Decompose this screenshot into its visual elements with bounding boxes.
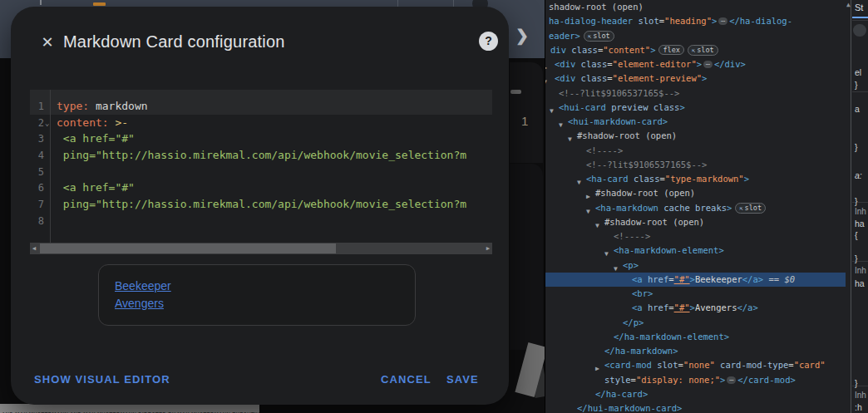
devtools-tree-node[interactable]: <!--?lit$9106537165$--> (545, 86, 846, 101)
tab-underline (852, 17, 868, 18)
line-number: 2 (30, 116, 44, 132)
code-line[interactable]: 1type: markdown (30, 98, 492, 115)
devtools-tree-node[interactable]: ▼<div class="element-preview"> (545, 71, 846, 86)
scroll-left-icon[interactable]: ◀ (32, 245, 36, 252)
help-icon[interactable]: ? (479, 32, 498, 51)
devtools-tree-node[interactable]: ▼#shadow-root (open) (545, 129, 846, 143)
cancel-button[interactable]: CANCEL (381, 373, 432, 386)
styles-filter-input[interactable] (853, 24, 866, 37)
card-dash (510, 90, 521, 94)
close-icon[interactable]: ✕ (37, 32, 58, 53)
devtools-tree-node[interactable]: <!--?lit$9106537165$--> (545, 158, 846, 172)
style-rule-fragment: Inh (855, 207, 866, 216)
editor-horizontal-scrollbar[interactable]: ◀ ▶ (30, 243, 492, 254)
devtools-tree-node[interactable]: ▼<ha-markdown-element> (545, 243, 846, 258)
line-number: 5 (30, 165, 44, 181)
background-card (510, 164, 543, 350)
line-number: 3 (30, 131, 44, 148)
devtools-tree-node[interactable]: <br> (545, 287, 846, 301)
style-rule-fragment: a (855, 104, 860, 114)
chevron-right-icon[interactable]: ❯ (515, 26, 529, 45)
reveal-icon: ⇱ (739, 205, 742, 212)
markdown-card-config-dialog: ✕ Markdown Card configuration ? 1type: m… (11, 7, 509, 405)
devtools-tree-node[interactable]: eader>⇱slot (545, 29, 846, 43)
screen: ❯ 1 AND MAX MUSTERMANN AND MAX MUSTERMAN… (0, 0, 868, 413)
devtools-tree-node[interactable]: div class="content">flex⇱slot (545, 43, 846, 57)
devtools-tree-node[interactable]: </ha-markdown> (545, 344, 846, 358)
slot-badge[interactable]: ⇱slot (584, 31, 614, 42)
ellipsis-button[interactable]: ⋯ (718, 17, 727, 25)
devtools-tree-node[interactable]: <a href="#">Avengers</a> (545, 301, 846, 315)
ellipsis-button[interactable]: ⋯ (703, 61, 713, 68)
flex-badge[interactable]: flex (658, 45, 683, 55)
poster-billing-strip: AND MAX MUSTERMANN AND MAX MUSTERMANN DI… (0, 404, 259, 413)
devtools-tree-node[interactable]: ▼<hui-markdown-card> (545, 115, 846, 129)
card-preview: Beekeeper Avengers (98, 264, 416, 326)
line-number: 6 (30, 180, 44, 197)
fold-icon[interactable]: ⌄ (45, 116, 49, 132)
style-rule-fragment: } (855, 196, 858, 206)
code-line[interactable]: 6 <a href="#" (30, 179, 492, 196)
devtools-tree-node[interactable]: ▼<p> (545, 258, 846, 273)
devtools-tree-node[interactable]: style="display: none;">⋯</card-mod> (545, 373, 846, 387)
code-lines: 1type: markdown2⌄content: >-3 <a href="#… (30, 98, 492, 229)
devtools-tree-node[interactable]: ▼<ha-markdown cache breaks>⇱slot (545, 201, 846, 215)
ellipsis-button[interactable]: ⋯ (727, 376, 736, 384)
style-rule-fragment: } (855, 142, 858, 152)
style-rule-fragment: ha (855, 219, 865, 229)
devtools-tree-node[interactable]: ▼<hui-card preview class> (545, 101, 846, 115)
scroll-right-icon[interactable]: ▶ (486, 245, 490, 252)
line-number: 4 (30, 148, 44, 165)
code-line[interactable]: 5 (30, 164, 492, 180)
save-button[interactable]: SAVE (446, 373, 479, 386)
code-line[interactable]: 7 ping="http://hassio.mirekmal.com/api/w… (30, 196, 492, 213)
reveal-icon: ⇱ (588, 33, 591, 40)
devtools-tree-node[interactable]: <!----> (545, 229, 846, 243)
line-number: 8 (30, 214, 44, 230)
reveal-icon: ⇱ (692, 47, 695, 54)
panel-divider[interactable] (851, 0, 851, 413)
devtools-panel: shadow-root (open)ha-dialog-header slot=… (545, 0, 868, 413)
devtools-elements-tree: shadow-root (open)ha-dialog-header slot=… (545, 0, 846, 413)
devtools-tree-node[interactable]: </ha-markdown-element> (545, 330, 846, 344)
scrollbar-thumb[interactable] (40, 243, 336, 253)
devtools-tree-node[interactable]: ▼#shadow-root (open) (545, 215, 846, 229)
devtools-tree-node[interactable]: shadow-root (open) (545, 0, 846, 14)
devtools-tree-node[interactable]: <a href="#">Beekeeper</a> == $0 (545, 273, 846, 287)
devtools-tree-node[interactable]: ▶<card-mod slot="none" card-mod-type="ca… (545, 358, 846, 372)
devtools-tree-node[interactable]: </p> (545, 316, 846, 330)
code-line[interactable]: 3 <a href="#" (30, 130, 492, 147)
style-rule-fragment: } (855, 80, 858, 90)
style-rule-fragment: } (855, 378, 858, 388)
slot-badge[interactable]: ⇱slot (735, 203, 766, 214)
preview-link-avengers[interactable]: Avengers (115, 297, 164, 310)
tab-styles[interactable]: St (855, 2, 863, 12)
slot-badge[interactable]: ⇱slot (688, 45, 718, 56)
style-rule-fragment: Inh (855, 391, 866, 400)
devtools-tree-node[interactable]: <!----> (545, 144, 846, 158)
style-rule-fragment: a: (855, 170, 862, 180)
devtools-tree-node[interactable]: ▶<div class="element-editor">⋯</div> (545, 57, 846, 71)
code-line[interactable]: 4 ping="http://hassio.mirekmal.com/api/w… (30, 147, 492, 164)
card-value: 1 (521, 114, 528, 128)
devtools-tree-node[interactable]: </hui-markdown-card> (545, 401, 846, 413)
devtools-tree-node[interactable]: ▼<ha-card class="type-markdown"> (545, 172, 846, 186)
style-rule-fragment: } (855, 253, 858, 263)
style-rule-fragment: { (855, 230, 858, 240)
background-card: 1 (510, 62, 543, 163)
line-number: 1 (30, 99, 44, 116)
active-tab-indicator (93, 2, 106, 6)
dialog-title: Markdown Card configuration (63, 32, 285, 52)
code-line[interactable]: 8 (30, 213, 492, 229)
show-visual-editor-button[interactable]: SHOW VISUAL EDITOR (34, 373, 170, 386)
rule-divider (852, 91, 868, 92)
preview-link-beekeeper[interactable]: Beekeeper (115, 279, 171, 293)
yaml-code-editor[interactable]: 1type: markdown2⌄content: >-3 <a href="#… (30, 90, 492, 254)
devtools-tree-node[interactable]: ▶#shadow-root (open) (545, 186, 846, 200)
style-rule-fragment: :h (855, 402, 862, 412)
devtools-tree-node[interactable]: </ha-card> (545, 387, 846, 401)
devtools-tree-node[interactable]: ha-dialog-header slot="heading">⋯</ha-di… (545, 14, 846, 28)
styles-pane-sliver: St el}a}a:}Inhha{}Inhha}Inh:h (852, 0, 868, 413)
code-line[interactable]: 2⌄content: >- (30, 115, 492, 131)
header-divider (397, 0, 398, 7)
